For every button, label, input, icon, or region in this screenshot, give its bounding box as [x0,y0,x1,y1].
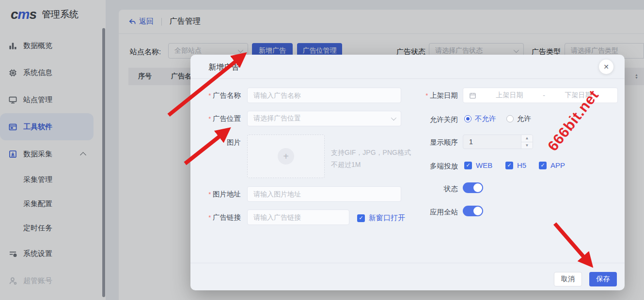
cancel-button[interactable]: 取消 [554,272,582,286]
allow-close-yes-label: 允许 [517,114,531,123]
platform-h5-checkbox-row[interactable]: ✓ H5 [505,161,526,169]
platform-h5-label: H5 [517,161,526,169]
checkbox-checked-icon[interactable]: ✓ [505,162,513,169]
apply-site-wide-label: 应用全站 [411,208,458,217]
display-order-value[interactable]: 1 [463,135,521,149]
ad-position-select[interactable]: 请选择广告位置 [247,111,401,126]
image-label: 图片 [194,138,241,147]
ad-name-label: 广告名称 [194,91,241,100]
image-upload-area[interactable]: + [247,135,325,178]
radio-unselected-icon[interactable] [506,115,514,122]
date-start-placeholder: 上架日期 [476,91,543,100]
platform-label: 多端投放 [411,162,458,171]
platform-web-label: WEB [476,161,492,169]
apply-site-wide-toggle-on[interactable] [463,206,483,216]
new-window-checkbox-row[interactable]: ✓ 新窗口打开 [357,213,405,223]
status-toggle-on[interactable] [463,182,483,193]
close-icon[interactable]: ✕ [599,60,613,74]
checkbox-checked-icon[interactable]: ✓ [357,214,365,222]
display-order-label: 显示顺序 [411,138,458,147]
allow-close-no-label: 不允许 [475,114,496,123]
ad-link-label: 广告链接 [194,213,241,222]
date-range-picker[interactable]: 上架日期 - 下架日期 [463,88,618,103]
allow-close-yes-option[interactable]: 允许 [506,114,531,123]
dialog-title: 新增广告 [208,62,239,73]
platform-web-checkbox-row[interactable]: ✓ WEB [464,161,492,169]
ad-position-placeholder: 请选择广告位置 [253,114,301,123]
plus-icon: + [278,148,294,165]
display-order-stepper: 1 ▲ ▼ [463,135,533,149]
platform-app-label: APP [550,161,565,169]
calendar-icon [469,92,476,99]
image-url-input[interactable] [247,186,401,202]
footer-divider [190,263,625,263]
allow-close-label: 允许关闭 [411,115,458,124]
checkbox-checked-icon[interactable]: ✓ [464,162,472,169]
ad-name-input[interactable] [247,88,401,103]
image-hint-line2: 不超过1M [331,161,361,169]
date-range-label: 上架日期 [411,91,458,100]
dialog-header: 新增广告 ✕ [190,55,625,79]
radio-selected-icon[interactable] [464,115,471,122]
save-button[interactable]: 保存 [589,272,617,286]
add-ad-dialog: 新增广告 ✕ 广告名称 广告位置 请选择广告位置 图片 + 支持GIF，JPG，… [190,55,625,290]
new-window-label: 新窗口打开 [369,213,405,223]
date-end-placeholder: 下架日期 [545,91,612,100]
image-url-label: 图片地址 [194,190,241,199]
status-label: 状态 [411,184,458,194]
ad-link-input[interactable] [247,210,349,225]
stepper-up-icon[interactable]: ▲ [521,135,533,142]
stepper-down-icon[interactable]: ▼ [521,142,533,149]
checkbox-checked-icon[interactable]: ✓ [539,162,547,169]
chevron-down-icon [391,115,396,120]
allow-close-no-option[interactable]: 不允许 [464,114,496,123]
stepper-buttons: ▲ ▼ [521,135,533,149]
platform-app-checkbox-row[interactable]: ✓ APP [539,161,565,169]
ad-position-label: 广告位置 [194,114,241,123]
image-hint-line1: 支持GIF，JPG，PNG格式 [331,149,411,157]
